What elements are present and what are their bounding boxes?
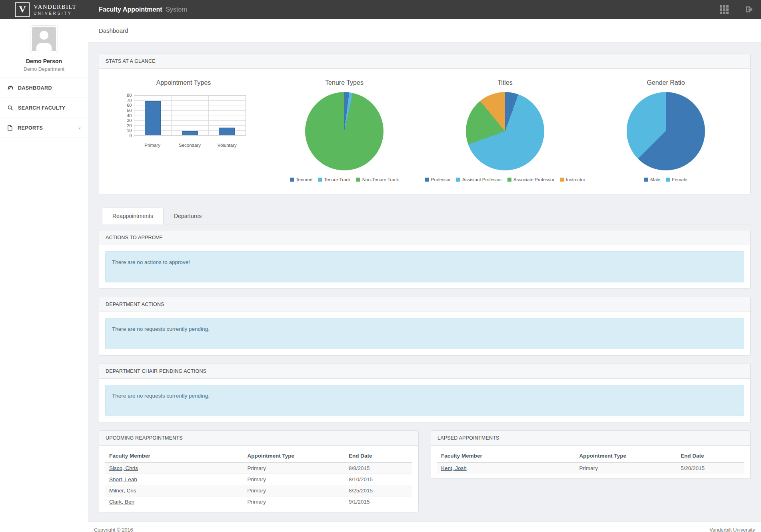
legend-item: Tenure Track xyxy=(318,177,350,182)
table-row: Milner, CrisPrimary8/25/2015 xyxy=(105,485,412,496)
search-icon xyxy=(7,105,13,111)
appointment-type-cell: Primary xyxy=(575,462,677,474)
pie-circle xyxy=(627,92,705,170)
y-tick-label: 80 xyxy=(127,93,132,98)
faculty-member-link[interactable]: Kent, Josh xyxy=(441,465,467,471)
sidebar-item-reports[interactable]: REPORTS ‹ xyxy=(0,118,88,138)
chart-title: Titles xyxy=(497,79,513,86)
legend-label: Tenure Track xyxy=(324,177,350,182)
app-title-strong: Faculty Appointment xyxy=(99,6,162,13)
bar xyxy=(219,128,235,135)
table-header-row: Faculty MemberAppointment TypeEnd Date xyxy=(437,449,744,462)
appointment-type-cell: Primary xyxy=(244,485,345,496)
legend-label: Male xyxy=(650,177,660,182)
stats-panel: STATS AT A GLANCE Appointment Types80706… xyxy=(99,54,751,194)
gridline xyxy=(171,96,172,135)
panel-heading: ACTIONS TO APPROVE xyxy=(99,230,750,245)
legend-swatch xyxy=(356,178,360,182)
sidebar-item-label: DASHBOARD xyxy=(18,85,52,91)
sidebar-item-label: SEARCH FACULTY xyxy=(18,105,66,111)
panel-body: Faculty MemberAppointment TypeEnd Date S… xyxy=(99,446,418,512)
panel-heading: LAPSED APPOINTMENTS xyxy=(431,431,750,446)
end-date-cell: 9/1/2015 xyxy=(345,496,412,508)
sidebar-item-label: REPORTS xyxy=(18,125,43,131)
legend-label: Assistant Professor xyxy=(462,177,502,182)
tab-reappointments[interactable]: Reappointments xyxy=(102,208,164,224)
y-tick-label: 10 xyxy=(127,128,132,133)
y-tick-label: 40 xyxy=(127,114,132,118)
end-date-cell: 8/10/2015 xyxy=(345,474,412,485)
legend-swatch xyxy=(666,178,670,182)
department-chair-pending-actions-panel: DEPARTMENT CHAIR PENDING ACTIONS There a… xyxy=(99,364,751,422)
panel-body: Faculty MemberAppointment TypeEnd Date K… xyxy=(431,446,750,478)
top-navbar: V VANDERBILT UNIVERSITY Faculty Appointm… xyxy=(0,0,761,19)
brand-line2: UNIVERSITY xyxy=(34,11,77,16)
lapsed-appointments-panel: LAPSED APPOINTMENTS Faculty MemberAppoin… xyxy=(431,430,751,479)
faculty-member-link[interactable]: Sisco, Chris xyxy=(109,465,138,471)
y-axis-labels: 80706050403020100 xyxy=(122,93,132,138)
faculty-member-link[interactable]: Clark, Ben xyxy=(109,499,134,505)
titles-chart: TitlesProfessorAssistant ProfessorAssoci… xyxy=(425,79,585,182)
legend-swatch xyxy=(560,178,564,182)
table-row: Sisco, ChrisPrimary8/8/2015 xyxy=(105,462,412,474)
chart-legend: ProfessorAssistant ProfessorAssociate Pr… xyxy=(425,177,585,182)
end-date-cell: 8/25/2015 xyxy=(345,485,412,496)
tab-bar: Reappointments Departures xyxy=(102,208,751,224)
column-header: Appointment Type xyxy=(575,449,677,462)
faculty-member-cell: Kent, Josh xyxy=(437,462,575,474)
app-title: Faculty Appointment System xyxy=(99,6,187,13)
legend-swatch xyxy=(425,178,429,182)
apps-grid-icon[interactable] xyxy=(720,5,729,14)
legend-swatch xyxy=(507,178,511,182)
faculty-member-link[interactable]: Milner, Cris xyxy=(109,488,136,494)
vanderbilt-brand[interactable]: V VANDERBILT UNIVERSITY xyxy=(15,2,77,17)
gender-ratio-chart: Gender RatioMaleFemale xyxy=(585,79,746,182)
title-bar: Dashboard xyxy=(88,19,761,43)
faculty-member-link[interactable]: Short, Leah xyxy=(109,476,137,482)
column-header: Faculty Member xyxy=(105,449,244,462)
actions-to-approve-panel: ACTIONS TO APPROVE There are no actions … xyxy=(99,230,751,289)
x-axis-labels: PrimarySecondaryVoluntary xyxy=(134,143,246,148)
y-tick-label: 70 xyxy=(127,98,132,103)
user-department: Demo Department xyxy=(0,66,88,72)
legend-label: Female xyxy=(672,177,687,182)
info-alert: There are no requests currently pending. xyxy=(105,385,744,416)
appointment-type-cell: Primary xyxy=(244,496,345,508)
table-row: Clark, BenPrimary9/1/2015 xyxy=(105,496,412,508)
legend-label: Associate Professor xyxy=(513,177,554,182)
panel-body: There are no actions to approve! xyxy=(99,245,750,288)
plot-area xyxy=(134,95,246,136)
x-tick-label: Secondary xyxy=(171,143,208,148)
tenure-types-chart: Tenure TypesTenuredTenure TrackNon-Tenur… xyxy=(264,79,425,182)
column-header: End Date xyxy=(345,449,412,462)
column-header: Faculty Member xyxy=(437,449,575,462)
bar xyxy=(182,131,198,135)
gridline xyxy=(208,96,209,135)
upcoming-reappointments-table: Faculty MemberAppointment TypeEnd Date S… xyxy=(105,449,412,507)
column-header: End Date xyxy=(677,449,744,462)
legend-label: Instructor xyxy=(566,177,585,182)
legend-item: Non-Tenure Track xyxy=(356,177,399,182)
footer: Copyright © 2016 Vanderbilt University xyxy=(88,521,761,532)
user-name: Demo Person xyxy=(0,58,88,64)
content-area: STATS AT A GLANCE Appointment Types80706… xyxy=(88,43,761,512)
panel-body: There are no requests currently pending. xyxy=(99,379,750,422)
panel-heading: UPCOMING REAPPOINTMENTS xyxy=(99,431,418,446)
legend-swatch xyxy=(644,178,648,182)
sidebar-item-dashboard[interactable]: DASHBOARD xyxy=(0,78,88,98)
department-actions-panel: DEPARTMENT ACTIONS There are no requests… xyxy=(99,297,751,356)
chevron-left-icon: ‹ xyxy=(79,125,81,131)
panel-heading: DEPARTMENT CHAIR PENDING ACTIONS xyxy=(99,364,750,379)
faculty-member-cell: Clark, Ben xyxy=(105,496,244,508)
chart-legend: TenuredTenure TrackNon-Tenure Track xyxy=(290,177,399,182)
tab-departures[interactable]: Departures xyxy=(164,208,212,224)
sidebar-item-search-faculty[interactable]: SEARCH FACULTY xyxy=(0,98,88,118)
document-icon xyxy=(7,125,13,131)
logo-glyph: V xyxy=(19,5,26,14)
stats-panel-body: Appointment Types80706050403020100Primar… xyxy=(99,69,750,194)
chart-title: Gender Ratio xyxy=(647,79,685,86)
sign-out-icon[interactable] xyxy=(745,5,753,14)
pie-circle xyxy=(466,92,544,170)
y-tick-label: 60 xyxy=(127,103,132,108)
brand-text: VANDERBILT UNIVERSITY xyxy=(34,4,77,16)
